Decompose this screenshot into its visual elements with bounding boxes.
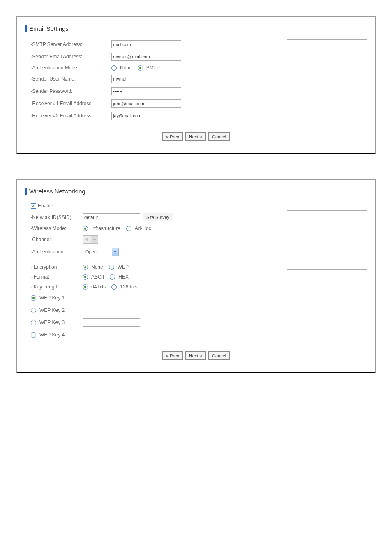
smtp-server-label: ·SMTP Server Address: (25, 41, 111, 47)
email-button-row: < Prev Next > Cancel (25, 132, 367, 141)
receiver2-input[interactable] (111, 112, 181, 120)
format-ascii-radio[interactable] (83, 274, 88, 280)
authentication-value: Open (83, 249, 112, 254)
wep-key3-radio[interactable] (31, 320, 36, 325)
next-button[interactable]: Next > (185, 351, 206, 360)
next-button[interactable]: Next > (185, 132, 206, 141)
format-hex-label: HEX (118, 274, 129, 280)
site-survey-button[interactable]: Site Survey (143, 213, 173, 221)
format-ascii-label: ASCII (91, 274, 104, 280)
sender-email-label: ·Sender Email Address: (25, 54, 111, 60)
wep-key4-input[interactable] (83, 331, 140, 339)
mode-infra-radio[interactable] (83, 226, 88, 231)
channel-label: ·Channel: (25, 237, 83, 242)
keylen-label: · Key Length (25, 284, 83, 290)
sender-pass-label: ·Sender Password: (25, 88, 111, 94)
sender-pass-input[interactable] (111, 87, 181, 95)
mode-adhoc-label: Ad-Hoc (135, 226, 151, 231)
wireless-title: Wireless Networking (25, 188, 367, 195)
wireless-mode-label: ·Wireless Mode: (25, 226, 83, 231)
encryption-wep-radio[interactable] (109, 265, 114, 270)
enable-label: Enable (38, 203, 53, 209)
auth-none-radio[interactable] (111, 65, 117, 71)
sender-email-input[interactable] (111, 53, 181, 61)
wep-key2-radio[interactable] (31, 308, 36, 313)
channel-select: 6 (83, 235, 98, 244)
email-settings-panel: Email Settings ·SMTP Server Address: ·Se… (16, 16, 376, 154)
smtp-server-input[interactable] (111, 40, 181, 48)
authentication-label: ·Authentication: (25, 249, 83, 255)
encryption-label: · Encryption (25, 264, 83, 270)
format-label: · Format (25, 274, 83, 280)
auth-smtp-label: SMTP (146, 65, 160, 71)
wireless-button-row: < Prev Next > Cancel (25, 351, 367, 360)
sender-user-input[interactable] (111, 75, 181, 83)
wep-key4-label: WEP Key 4 (39, 332, 65, 338)
auth-mode-label: ·Authentication Mode: (25, 65, 111, 71)
wep-key3-label: WEP Key 3 (39, 320, 65, 325)
ssid-label: ·Network ID(SSID): (25, 214, 83, 220)
encryption-none-label: None (91, 264, 103, 270)
prev-button[interactable]: < Prev (162, 351, 183, 360)
wireless-panel: Wireless Networking Enable ·Network ID(S… (16, 179, 376, 373)
receiver2-label: ·Receiver #2 Email Address: (25, 113, 111, 119)
ssid-input[interactable] (83, 213, 140, 221)
mode-adhoc-radio[interactable] (126, 226, 131, 231)
preview-box (287, 210, 367, 270)
sender-user-label: ·Sender User Name: (25, 76, 111, 82)
wep-key4-radio[interactable] (31, 332, 36, 338)
encryption-wep-label: WEP (118, 264, 129, 270)
wep-key1-radio[interactable] (31, 295, 36, 301)
email-settings-title: Email Settings (25, 25, 367, 32)
keylen-64-radio[interactable] (83, 284, 88, 290)
auth-smtp-radio[interactable] (138, 65, 143, 71)
wep-key2-input[interactable] (83, 306, 140, 314)
cancel-button[interactable]: Cancel (208, 351, 230, 360)
keylen-64-label: 64 bits (91, 284, 106, 290)
preview-box (287, 39, 367, 99)
chevron-down-icon (112, 248, 118, 256)
auth-none-label: None (120, 65, 132, 71)
channel-value: 6 (83, 237, 91, 242)
wep-key3-input[interactable] (83, 318, 140, 327)
wep-key1-label: WEP Key 1 (39, 295, 65, 301)
receiver1-label: ·Receiver #1 Email Address: (25, 101, 111, 106)
cancel-button[interactable]: Cancel (208, 132, 230, 141)
encryption-none-radio[interactable] (83, 265, 88, 270)
receiver1-input[interactable] (111, 99, 181, 108)
keylen-128-radio[interactable] (111, 284, 117, 290)
format-hex-radio[interactable] (110, 274, 115, 280)
authentication-select[interactable]: Open (83, 248, 119, 256)
keylen-128-label: 128 bits (120, 284, 137, 290)
wep-key1-input[interactable] (83, 294, 140, 302)
wep-key2-label: WEP Key 2 (39, 307, 65, 313)
enable-checkbox[interactable] (31, 203, 36, 209)
chevron-down-icon (91, 236, 98, 243)
prev-button[interactable]: < Prev (162, 132, 183, 141)
mode-infra-label: Infrastructure (91, 226, 120, 231)
